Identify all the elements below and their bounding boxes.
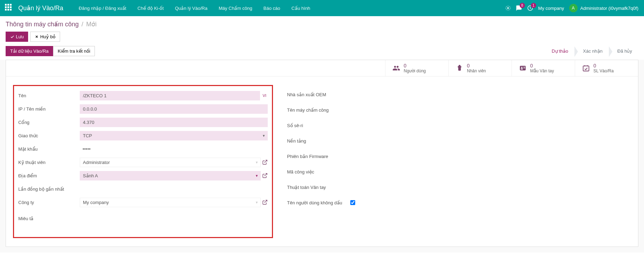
svg-line-12 (265, 160, 267, 163)
svg-point-0 (507, 7, 509, 9)
save-label: Lưu (16, 34, 24, 39)
oem-label: Nhà sản xuất OEM (287, 92, 350, 97)
status-draft[interactable]: Dự thảo (543, 46, 574, 56)
stat-fingers-label: Mẫu Vân tay (530, 68, 554, 73)
nav-link-manage[interactable]: Quản lý Vào/Ra (169, 0, 213, 16)
port-label: Cổng (18, 120, 80, 125)
external-link-icon[interactable] (262, 159, 268, 165)
test-connection-button[interactable]: Kiểm tra kết nối (53, 46, 95, 56)
stat-attendances-label: SL Vào/Ra (593, 68, 614, 73)
nav-link-machines[interactable]: Máy Chấm công (213, 0, 258, 16)
technician-label: Kỹ thuật viên (18, 160, 80, 165)
stat-employees-count: 0 (467, 63, 486, 68)
name-label: Tên (18, 93, 80, 98)
svg-point-5 (521, 67, 522, 68)
description-label: Miêu tả (18, 216, 80, 221)
external-link-icon[interactable] (262, 173, 268, 178)
breadcrumb-current: Mới (86, 20, 97, 28)
platform-label: Nền tảng (287, 138, 350, 144)
breadcrumb-sep: / (82, 21, 83, 28)
technician-select[interactable] (80, 158, 261, 167)
discard-label: Huỷ bỏ (40, 34, 55, 39)
svg-rect-8 (523, 68, 525, 68)
machine-name-label: Tên máy chấm công (287, 107, 350, 113)
company-label: Công ty (18, 200, 80, 205)
user-name: Administrator (i0vymafk7q0f) (580, 6, 638, 11)
location-label: Địa điểm (18, 173, 80, 178)
stat-fingers-count: 0 (530, 63, 554, 68)
svg-rect-7 (523, 67, 525, 67)
calendar-check-icon (582, 64, 590, 72)
lastsync-label: Lần đồng bộ gần nhất (18, 186, 80, 192)
messages-icon[interactable]: 8 (516, 5, 522, 11)
fp-algo-label: Thuật toán Vân tay (287, 185, 350, 190)
action-status-row: Tải dữ liệu Vào/Ra Kiểm tra kết nối Dự t… (0, 46, 644, 56)
svg-rect-9 (583, 66, 589, 71)
form-right-column: Nhà sản xuất OEM Tên máy chấm công Số sê… (287, 85, 631, 238)
unaccented-label: Tên người dùng không dấu (287, 200, 350, 205)
company-selector[interactable]: My company (538, 6, 564, 11)
stat-attendances[interactable]: 0 SL Vào/Ra (575, 60, 638, 76)
password-input[interactable] (80, 145, 268, 153)
stat-users[interactable]: 0 Người dùng (385, 60, 448, 76)
port-input[interactable] (80, 118, 268, 127)
nav-link-reports[interactable]: Báo cáo (258, 0, 286, 16)
messages-badge: 8 (520, 3, 525, 8)
name-input[interactable] (80, 91, 260, 100)
save-button[interactable]: Lưu (6, 32, 28, 42)
app-brand[interactable]: Quản lý Vào/Ra (18, 4, 63, 12)
password-label: Mật khẩu (18, 146, 80, 152)
unaccented-checkbox[interactable] (350, 200, 355, 205)
employee-icon (456, 64, 463, 72)
status-cancelled[interactable]: Đã hủy (609, 46, 638, 56)
debug-icon[interactable] (505, 5, 511, 11)
svg-line-14 (265, 200, 267, 203)
location-select[interactable] (80, 171, 261, 180)
activities-badge: 1 (531, 3, 536, 8)
stat-attendances-count: 0 (593, 63, 614, 68)
breadcrumb: Thông tin máy chấm công / Mới (6, 20, 638, 28)
nav-link-config[interactable]: Cấu hình (286, 0, 316, 16)
stat-buttons: 0 Người dùng 0 Nhân viên 0 M (6, 60, 638, 77)
serial-label: Số sê-ri (287, 123, 350, 128)
users-icon (392, 64, 400, 72)
protocol-label: Giao thức (18, 133, 80, 138)
download-attendance-button[interactable]: Tải dữ liệu Vào/Ra (6, 46, 53, 56)
activities-icon[interactable]: 1 (527, 5, 533, 11)
ip-input[interactable] (80, 104, 268, 114)
company-select[interactable] (80, 198, 261, 207)
firmware-label: Phiên bản Firmware (287, 154, 350, 159)
control-panel: Thông tin máy chấm công / Mới Lưu Huỷ bỏ (0, 16, 644, 42)
external-link-icon[interactable] (262, 199, 268, 205)
apps-icon[interactable] (5, 4, 13, 12)
protocol-select[interactable] (80, 131, 268, 140)
nav-links: Đăng nhập / Đăng xuất Chế độ Ki-ốt Quản … (73, 0, 316, 16)
nav-link-kiosk[interactable]: Chế độ Ki-ốt (132, 0, 169, 16)
stat-employees-label: Nhân viên (467, 68, 486, 73)
stat-users-count: 0 (404, 63, 426, 68)
ip-label: IP / Tên miền (18, 106, 80, 112)
avatar: A (569, 4, 578, 12)
stat-fingers[interactable]: 0 Mẫu Vân tay (512, 60, 575, 76)
discard-button[interactable]: Huỷ bỏ (30, 32, 60, 42)
stat-users-label: Người dùng (404, 68, 426, 73)
nav-right: 8 1 My company A Administrator (i0vymafk… (505, 4, 641, 12)
status-confirmed[interactable]: Xác nhận (574, 46, 609, 56)
form-sheet: 0 Người dùng 0 Nhân viên 0 M (6, 60, 638, 247)
form-left-column: Tên VI IP / Tên miền Cổng Giao thức (13, 85, 273, 238)
breadcrumb-parent[interactable]: Thông tin máy chấm công (6, 20, 79, 28)
svg-rect-6 (521, 68, 523, 70)
user-menu[interactable]: A Administrator (i0vymafk7q0f) (569, 4, 641, 12)
top-nav: Quản lý Vào/Ra Đăng nhập / Đăng xuất Chế… (0, 0, 644, 16)
svg-line-13 (265, 173, 267, 176)
status-bar: Dự thảo Xác nhận Đã hủy (543, 46, 638, 56)
nav-link-checkin[interactable]: Đăng nhập / Đăng xuất (73, 0, 132, 16)
id-card-icon (519, 64, 527, 72)
lang-tag[interactable]: VI (261, 93, 268, 98)
workcode-label: Mã công việc (287, 169, 350, 175)
stat-employees[interactable]: 0 Nhân viên (448, 60, 512, 76)
